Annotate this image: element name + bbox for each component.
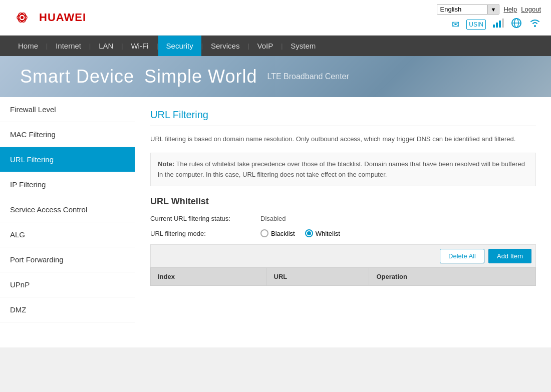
huawei-logo-icon bbox=[10, 9, 34, 27]
sidebar-item-port-forwarding[interactable]: Port Forwarding bbox=[0, 247, 135, 272]
svg-rect-6 bbox=[499, 21, 501, 28]
sidebar: Firewall Level MAC Filtering URL Filteri… bbox=[0, 97, 135, 347]
logo-area: HUAWEI bbox=[10, 9, 86, 27]
table-actions: Delete All Add Item bbox=[150, 244, 536, 267]
sidebar-item-url-filtering[interactable]: URL Filtering bbox=[0, 147, 135, 172]
add-item-button[interactable]: Add Item bbox=[488, 249, 531, 263]
sidebar-item-upnp[interactable]: UPnP bbox=[0, 272, 135, 297]
filter-mode-row: URL filtering mode: Blacklist Whitelist bbox=[150, 229, 536, 237]
table-header-index: Index bbox=[151, 268, 267, 286]
blacklist-radio-item[interactable]: Blacklist bbox=[260, 229, 295, 237]
whitelist-radio-item[interactable]: Whitelist bbox=[305, 229, 340, 237]
mail-icon: ✉ bbox=[452, 19, 459, 30]
header-icons-row: ✉ USIN bbox=[452, 18, 541, 31]
banner-simple-world: Simple World bbox=[144, 66, 257, 87]
header-right: ▼ Help Logout ✉ USIN bbox=[437, 4, 541, 31]
filter-status-value: Disabled bbox=[260, 215, 286, 222]
nav-voip[interactable]: VoIP bbox=[249, 36, 282, 56]
banner: Smart Device Simple World LTE Broadband … bbox=[0, 56, 551, 97]
filter-mode-label: URL filtering mode: bbox=[150, 230, 260, 237]
sidebar-item-firewall-level[interactable]: Firewall Level bbox=[0, 97, 135, 122]
nav-services[interactable]: Services bbox=[203, 36, 248, 56]
sidebar-item-service-access-control[interactable]: Service Access Control bbox=[0, 197, 135, 222]
signal-icon bbox=[493, 19, 504, 30]
header: HUAWEI ▼ Help Logout ✉ USIN bbox=[0, 0, 551, 36]
table-header-operation: Operation bbox=[369, 268, 536, 286]
page-title: URL Filtering bbox=[150, 109, 536, 126]
note-box: Note: The rules of whitelist take preced… bbox=[150, 153, 536, 187]
svg-rect-7 bbox=[502, 19, 504, 28]
logo-text: HUAWEI bbox=[39, 11, 86, 24]
main-nav: Home | Internet | LAN | Wi-Fi | Security… bbox=[0, 36, 551, 56]
nav-home[interactable]: Home bbox=[10, 36, 46, 56]
filter-mode-radio-group: Blacklist Whitelist bbox=[260, 229, 340, 237]
content-area: URL Filtering URL filtering is based on … bbox=[135, 97, 551, 347]
nav-lan[interactable]: LAN bbox=[91, 36, 121, 56]
whitelist-label: Whitelist bbox=[316, 230, 340, 237]
sidebar-item-dmz[interactable]: DMZ bbox=[0, 297, 135, 322]
delete-all-button[interactable]: Delete All bbox=[440, 249, 484, 263]
nav-internet[interactable]: Internet bbox=[48, 36, 89, 56]
note-prefix: Note: bbox=[158, 160, 174, 168]
nav-security[interactable]: Security bbox=[158, 36, 201, 56]
language-input[interactable] bbox=[437, 5, 487, 14]
table-header-url: URL bbox=[266, 268, 369, 286]
sidebar-item-ip-filtering[interactable]: IP Filtering bbox=[0, 172, 135, 197]
svg-point-11 bbox=[534, 25, 536, 27]
url-table: Index URL Operation bbox=[150, 267, 536, 286]
main-layout: Firewall Level MAC Filtering URL Filteri… bbox=[0, 97, 551, 347]
globe-icon bbox=[511, 18, 522, 31]
note-text: The rules of whitelist take precedence o… bbox=[158, 160, 525, 178]
svg-rect-4 bbox=[493, 25, 495, 28]
nav-system[interactable]: System bbox=[283, 36, 324, 56]
nav-wifi[interactable]: Wi-Fi bbox=[123, 36, 156, 56]
language-selector[interactable]: ▼ bbox=[437, 4, 500, 15]
svg-rect-5 bbox=[496, 23, 498, 28]
blacklist-label: Blacklist bbox=[271, 230, 295, 237]
svg-point-3 bbox=[21, 16, 24, 19]
usin-icon: USIN bbox=[466, 20, 486, 30]
wifi-icon bbox=[529, 19, 541, 30]
section-title: URL Whitelist bbox=[150, 196, 536, 207]
blacklist-radio-circle bbox=[260, 229, 268, 237]
filter-status-label: Current URL filtering status: bbox=[150, 215, 260, 222]
header-top-row: ▼ Help Logout bbox=[437, 4, 541, 15]
help-link[interactable]: Help bbox=[503, 6, 517, 13]
banner-smart-device: Smart Device bbox=[20, 66, 134, 87]
language-dropdown-btn[interactable]: ▼ bbox=[487, 5, 499, 14]
banner-sub: LTE Broadband Center bbox=[267, 72, 349, 81]
description-text: URL filtering is based on domain name re… bbox=[150, 134, 536, 145]
sidebar-item-mac-filtering[interactable]: MAC Filtering bbox=[0, 122, 135, 147]
whitelist-radio-circle bbox=[305, 229, 313, 237]
logout-link[interactable]: Logout bbox=[521, 6, 541, 13]
sidebar-item-alg[interactable]: ALG bbox=[0, 222, 135, 247]
filter-status-row: Current URL filtering status: Disabled bbox=[150, 215, 536, 222]
